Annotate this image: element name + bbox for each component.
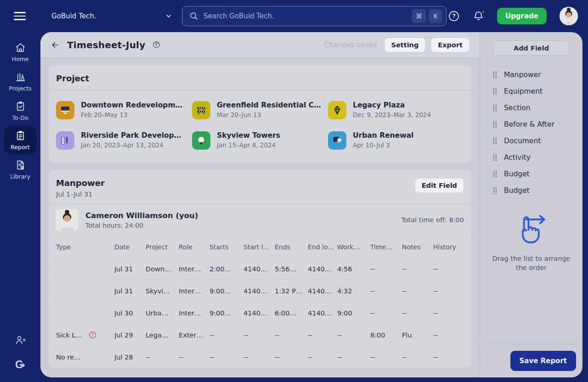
employee-row: Cameron Williamson (you) Total hours: 24…	[49, 204, 471, 236]
column-header[interactable]: Starts	[209, 243, 243, 251]
notifications-button[interactable]	[473, 11, 484, 22]
sidebar-item-library[interactable]: Library	[4, 155, 36, 184]
type-text: Sick L…	[56, 331, 82, 339]
drag-handle-icon	[493, 121, 497, 128]
employee-total-time-off: Total time off: 8:00	[401, 216, 464, 224]
column-header[interactable]: Type	[56, 243, 114, 251]
drag-handle-icon	[493, 170, 497, 178]
back-button[interactable]	[51, 40, 60, 50]
help-button[interactable]: ?	[448, 10, 460, 22]
field-item-budget[interactable]: Budget	[486, 166, 576, 182]
project-name: Riverside Park Develop…	[81, 131, 181, 140]
table-row[interactable]: No re…Jul 28--------------------	[56, 346, 464, 368]
column-header[interactable]: History	[433, 243, 464, 251]
field-item-activity[interactable]: Activity	[486, 149, 576, 166]
column-header[interactable]: Work…	[337, 243, 370, 251]
sidebar-item-home[interactable]: Home	[4, 38, 36, 66]
field-label: Equipment	[504, 87, 543, 96]
upgrade-button[interactable]: Upgrade	[497, 8, 547, 24]
export-button[interactable]: Export	[431, 38, 469, 52]
manpower-section-title: Manpower	[56, 178, 105, 188]
employee-name: Cameron Williamson (you)	[85, 211, 198, 220]
table-row[interactable]: Sick L…Jul 29Lega…Exter…----------8:00Fl…	[56, 324, 464, 346]
column-header[interactable]: End lo…	[308, 243, 337, 251]
report-icon	[15, 130, 26, 141]
svg-text:?: ?	[155, 42, 158, 47]
column-header[interactable]: Notes	[402, 243, 433, 251]
sidebar-item-projects[interactable]: Projects	[4, 67, 36, 96]
setting-button[interactable]: Setting	[384, 38, 426, 52]
content-surface: Timesheet-July ? Changes saved Setting E…	[40, 32, 582, 377]
project-item[interactable]: Downtown Redevelopm…Feb 20–May 13	[56, 101, 192, 119]
project-item[interactable]: Skyview TowersJan 15–Apr 8, 2024	[192, 131, 328, 150]
project-info: Urban RenewalApr 10–Jul 3	[353, 131, 413, 149]
project-tile	[328, 101, 346, 119]
table-cell: --	[146, 354, 179, 361]
project-name: Legacy Plaza	[353, 101, 431, 109]
drag-handle-icon	[493, 71, 497, 79]
table-row[interactable]: Jul 31Skyvi…Inter…9:00…4140…1:32 P…4140……	[56, 280, 464, 302]
fields-panel: Add Field ManpowerEquipmentSectionBefore…	[480, 32, 582, 377]
project-item[interactable]: Riverside Park Develop…Jan 20, 2023–Apr …	[56, 131, 192, 150]
project-tile	[328, 131, 346, 150]
table-cell: Jul 31	[114, 287, 146, 295]
timesheet-table: TypeDateProjectRoleStartsStart l…EndsEnd…	[49, 236, 471, 368]
sidebar-item-report[interactable]: Report	[4, 126, 36, 154]
sidebar: HomeProjectsTo-DoReportLibrary G	[0, 32, 40, 382]
column-header[interactable]: Time…	[370, 243, 402, 251]
title-help-icon[interactable]: ?	[153, 41, 160, 49]
table-cell: --	[402, 354, 433, 361]
field-item-beforeafter[interactable]: Before & After	[486, 116, 576, 133]
table-cell: 4:32	[337, 287, 370, 295]
drag-hint-text: Drag the list to arrange the order	[491, 254, 572, 273]
menu-button[interactable]	[14, 12, 26, 20]
user-avatar[interactable]	[560, 7, 578, 25]
table-cell: --	[433, 354, 464, 361]
project-dates: Dec 9, 2023–Mar 3, 2024	[353, 111, 431, 118]
sidebar-item-todo[interactable]: To-Do	[4, 96, 36, 125]
gobuid-logo[interactable]: G	[14, 358, 27, 371]
app-frame: GoBuid Tech. Search GoBuid Tech. ⌘K ?	[0, 0, 588, 382]
drag-handle-icon	[493, 88, 497, 95]
main-area: Timesheet-July ? Changes saved Setting E…	[40, 32, 480, 377]
project-item[interactable]: Legacy PlazaDec 9, 2023–Mar 3, 2024	[328, 101, 464, 119]
field-item-section[interactable]: Section	[486, 100, 576, 116]
project-item[interactable]: Greenfield Residential C…Mar 20–Jun 13	[192, 101, 328, 119]
workspace-switcher[interactable]: GoBuid Tech.	[51, 12, 172, 20]
report-scroll-area[interactable]: Project Downtown Redevelopm…Feb 20–May 1…	[40, 58, 480, 377]
project-info: Riverside Park Develop…Jan 20, 2023–Apr …	[81, 131, 181, 149]
table-cell: 4140…	[243, 287, 275, 295]
workspace-name: GoBuid Tech.	[51, 12, 96, 20]
search-input[interactable]: Search GoBuid Tech. ⌘K	[182, 6, 447, 26]
column-header[interactable]: Start l…	[243, 243, 275, 251]
field-item-budget[interactable]: Budget	[486, 182, 576, 199]
table-row[interactable]: Jul 30Urba…Inter…9:00…4140…6:00…4140…9:0…	[56, 302, 464, 324]
add-field-button[interactable]: Add Field	[493, 40, 570, 56]
column-header[interactable]: Ends	[275, 243, 308, 251]
diamond-icon	[332, 105, 343, 116]
save-report-button[interactable]: Save Report	[510, 351, 576, 371]
table-cell: Jul 28	[114, 354, 146, 361]
table-cell: 6:00…	[275, 309, 308, 317]
project-item[interactable]: Urban RenewalApr 10–Jul 3	[328, 131, 464, 150]
back-arrow-icon	[51, 40, 60, 50]
project-dates: Jan 15–Apr 8, 2024	[217, 141, 280, 149]
sidebar-item-label: To-Do	[12, 114, 28, 121]
page-title: Timesheet-July	[67, 39, 145, 51]
field-label: Budget	[504, 186, 530, 195]
todo-icon	[15, 101, 26, 112]
column-header[interactable]: Project	[146, 243, 179, 251]
table-cell: Exter…	[179, 331, 209, 339]
field-label: Manpower	[504, 71, 541, 79]
column-header[interactable]: Date	[114, 243, 146, 251]
table-cell: --	[433, 331, 464, 339]
field-item-document[interactable]: Document	[486, 133, 576, 149]
column-header[interactable]: Role	[179, 243, 209, 251]
project-name: Urban Renewal	[353, 131, 413, 140]
field-item-manpower[interactable]: Manpower	[486, 67, 576, 83]
edit-field-button[interactable]: Edit Field	[415, 178, 464, 193]
invite-user-button[interactable]	[14, 334, 26, 346]
table-cell: --	[402, 309, 433, 317]
field-item-equipment[interactable]: Equipment	[486, 83, 576, 100]
table-row[interactable]: Jul 31Down…Inter…2:00…4140…5:56…4140…4:5…	[56, 258, 464, 280]
